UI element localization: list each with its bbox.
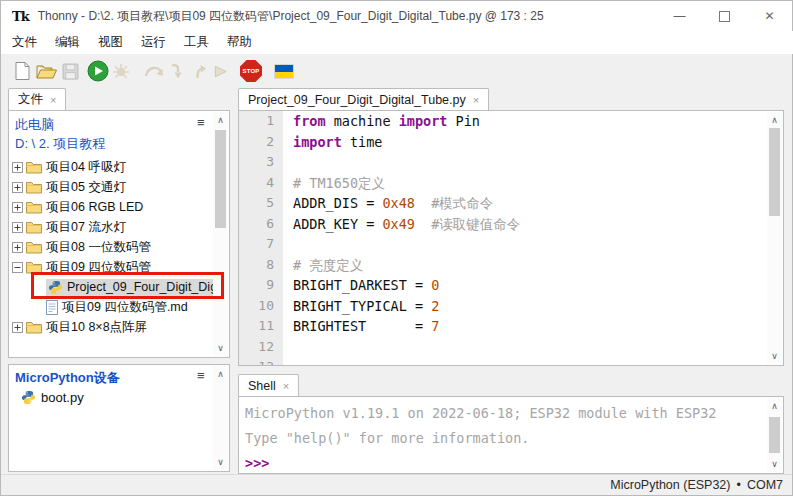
close-button[interactable]: ✕	[747, 1, 792, 31]
tree-item[interactable]: 项目10 8×8点阵屏	[9, 317, 209, 337]
thonny-window: { "window": { "title": "Thonny - D:\\2. …	[0, 0, 793, 496]
shell-output: MicroPython v1.19.1 on 2022-06-18; ESP32…	[245, 401, 766, 474]
line-number: 1	[239, 111, 283, 132]
line-number: 11	[239, 316, 283, 337]
tree-item-label: 项目10 8×8点阵屏	[46, 319, 147, 336]
shell-prompt[interactable]: >>>	[245, 455, 269, 471]
folder-icon	[26, 321, 42, 334]
expander-plus-icon[interactable]	[12, 222, 23, 233]
shell-scrollbar[interactable]: ∧ ∨	[767, 398, 782, 472]
code-line	[283, 152, 767, 173]
expander-plus-icon[interactable]	[12, 182, 23, 193]
status-separator: •	[736, 478, 740, 492]
annotation-red-box	[31, 272, 224, 299]
scroll-down-icon[interactable]: ∨	[767, 349, 782, 363]
device-file-item[interactable]: boot.py	[9, 387, 209, 407]
folder-icon	[26, 241, 42, 254]
tree-item[interactable]: 项目08 一位数码管	[9, 237, 209, 257]
tab-close-icon[interactable]: ×	[50, 94, 56, 106]
title-bar: Tk Thonny - D:\2. 项目教程\项目09 四位数码管\Projec…	[1, 1, 792, 31]
menu-item-工具[interactable]: 工具	[175, 31, 218, 54]
scroll-up-icon[interactable]: ∧	[767, 113, 782, 127]
open-file-button[interactable]	[33, 58, 59, 84]
tab-close-icon[interactable]: ×	[473, 94, 479, 106]
scrollbar-thumb[interactable]	[769, 417, 780, 453]
device-menu-icon[interactable]: ≡	[197, 371, 205, 381]
menu-item-视图[interactable]: 视图	[89, 31, 132, 54]
menu-item-运行[interactable]: 运行	[132, 31, 175, 54]
port-label[interactable]: COM7	[747, 478, 783, 492]
scroll-down-icon[interactable]: ∨	[213, 341, 228, 355]
tab-shell[interactable]: Shell ×	[238, 374, 299, 396]
scrollbar-thumb[interactable]	[215, 130, 226, 228]
tree-item-label: 项目09 四位数码管.md	[62, 299, 188, 316]
stop-restart-button[interactable]: STOP	[238, 58, 264, 84]
tree-item-label: 项目04 呼吸灯	[46, 159, 126, 176]
this-computer-link[interactable]: 此电脑	[15, 116, 54, 134]
interpreter-label[interactable]: MicroPython (ESP32)	[610, 478, 730, 492]
window-controls: — ✕	[657, 1, 792, 31]
scroll-down-icon[interactable]: ∨	[767, 457, 782, 471]
line-number: 6	[239, 214, 283, 235]
editor-code-area[interactable]: from machine import Pinimport time# TM16…	[283, 111, 767, 365]
tab-editor-label: Project_09_Four_Digit_Digital_Tube.py	[248, 93, 466, 107]
expander-plus-icon[interactable]	[12, 162, 23, 173]
maximize-button[interactable]	[702, 1, 747, 31]
scroll-up-icon[interactable]: ∧	[213, 113, 228, 127]
expander-plus-icon[interactable]	[12, 322, 23, 333]
files-menu-icon[interactable]: ≡	[197, 118, 205, 128]
current-path-link[interactable]: D: \ 2. 项目教程	[15, 135, 105, 153]
code-editor[interactable]: 12345678910111213 from machine import Pi…	[238, 110, 784, 366]
tab-close-icon[interactable]: ×	[283, 380, 289, 392]
shell-output-line: Type "help()" for more information.	[245, 426, 766, 451]
expander-plus-icon[interactable]	[12, 202, 23, 213]
scroll-up-icon[interactable]: ∧	[767, 399, 782, 413]
line-number: 10	[239, 296, 283, 317]
file-tree: 项目04 呼吸灯项目05 交通灯项目06 RGB LED项目07 流水灯项目08…	[9, 157, 209, 337]
scrollbar-thumb[interactable]	[769, 128, 780, 216]
code-line: BRIGHTEST = 7	[283, 316, 767, 337]
save-file-button	[57, 58, 83, 84]
code-line	[283, 234, 767, 255]
tab-editor[interactable]: Project_09_Four_Digit_Digital_Tube.py ×	[238, 88, 489, 110]
step-into-icon	[169, 63, 184, 80]
tree-item[interactable]: 项目05 交通灯	[9, 177, 209, 197]
tree-item[interactable]: 项目04 呼吸灯	[9, 157, 209, 177]
python-file-icon	[21, 390, 36, 405]
expander-minus-icon[interactable]	[12, 262, 23, 273]
shell-panel[interactable]: MicroPython v1.19.1 on 2022-06-18; ESP32…	[238, 396, 784, 474]
editor-scrollbar[interactable]: ∧ ∨	[767, 112, 782, 364]
scroll-down-icon[interactable]: ∨	[213, 455, 228, 469]
device-file-label: boot.py	[41, 390, 84, 405]
line-number: 12	[239, 337, 283, 358]
tree-item-label: 项目06 RGB LED	[46, 199, 143, 216]
tab-files[interactable]: 文件 ×	[8, 88, 66, 110]
ukraine-flag-button[interactable]	[271, 58, 297, 84]
maximize-icon	[719, 11, 730, 22]
debug-current-script-button	[108, 58, 134, 84]
minimize-button[interactable]: —	[657, 1, 702, 31]
code-line: # TM1650定义	[283, 173, 767, 194]
tree-item[interactable]: 项目09 四位数码管.md	[9, 297, 209, 317]
expander-plus-icon[interactable]	[12, 242, 23, 253]
new-file-button[interactable]	[9, 58, 35, 84]
resume-button	[207, 58, 233, 84]
toolbar: STOP	[1, 54, 792, 88]
menu-bar: 文件编辑视图运行工具帮助	[1, 31, 793, 54]
menu-item-帮助[interactable]: 帮助	[218, 31, 261, 54]
menu-item-编辑[interactable]: 编辑	[46, 31, 89, 54]
files-scrollbar[interactable]: ∧ ∨	[213, 112, 228, 356]
code-line: # 亮度定义	[283, 255, 767, 276]
tab-files-label: 文件	[18, 91, 43, 108]
device-scrollbar[interactable]: ∧ ∨	[213, 366, 228, 470]
folder-icon	[26, 201, 42, 214]
device-file-list: boot.py	[9, 387, 209, 407]
scroll-up-icon[interactable]: ∧	[213, 367, 228, 381]
tree-item[interactable]: 项目07 流水灯	[9, 217, 209, 237]
code-line: ADDR_KEY = 0x49 #读取键值命令	[283, 214, 767, 235]
line-number: 9	[239, 275, 283, 296]
menu-item-文件[interactable]: 文件	[3, 31, 46, 54]
thonny-logo-icon: Tk	[12, 9, 29, 24]
line-number: 8	[239, 255, 283, 276]
tree-item[interactable]: 项目06 RGB LED	[9, 197, 209, 217]
